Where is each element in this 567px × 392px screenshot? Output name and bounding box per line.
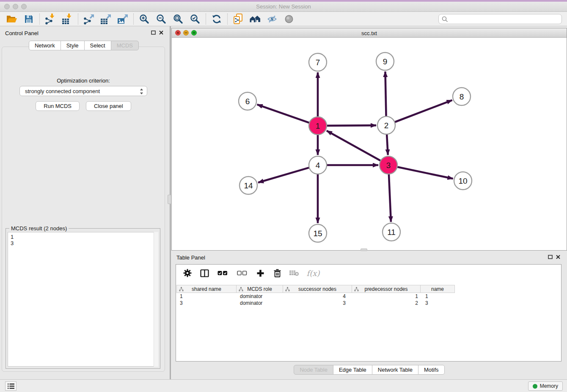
graph-edge-4-14[interactable] [258,168,309,182]
export-table-button[interactable] [97,13,114,25]
horizontal-splitter-grip[interactable] [361,248,367,251]
close-panel-icon[interactable] [159,30,163,35]
graph-edge-3-1[interactable] [327,131,381,161]
graph-edge-2-3[interactable] [387,134,388,155]
mcds-result-text[interactable]: 1 3 [8,232,158,367]
zoom-selected-button[interactable] [187,13,204,25]
graph-node-7[interactable]: 7 [309,53,327,71]
close-table-panel-icon[interactable] [556,255,560,259]
table-cell[interactable]: 3 [284,300,353,306]
open-session-button[interactable] [3,13,20,25]
tab-network-table[interactable]: Network Table [372,365,418,375]
gear-icon [183,269,192,277]
zoom-fit-button[interactable] [170,13,187,25]
table-settings-button[interactable] [182,268,193,279]
hide-panels-button[interactable] [264,13,281,25]
graph-node-3[interactable]: 3 [380,156,397,174]
table-cell[interactable]: dominator [237,300,284,306]
window-title: Session: New Session [0,3,567,10]
tab-edge-table[interactable]: Edge Table [333,365,372,375]
table-cell[interactable]: 1 [177,293,237,299]
zoom-fit-icon [173,14,183,24]
toggle-split-view-button[interactable] [199,268,210,279]
graph-edge-1-2[interactable] [327,125,376,126]
zoom-in-button[interactable] [136,13,153,25]
graph-node-11[interactable]: 11 [383,223,400,241]
deselect-all-columns-button[interactable] [235,268,249,279]
float-panel-icon[interactable] [151,30,156,35]
table-cell[interactable]: 4 [284,293,353,299]
memory-button[interactable]: Memory [528,381,563,391]
close-panel-button[interactable]: Close panel [86,101,131,111]
first-neighbors-button[interactable] [247,13,264,25]
graph-node-15[interactable]: 15 [309,224,327,242]
graph-node-1[interactable]: 1 [309,117,327,135]
result-scrollbar[interactable] [154,232,158,367]
graph-node-4[interactable]: 4 [309,156,327,174]
save-session-button[interactable] [20,13,37,25]
table-cell[interactable]: 3 [422,300,457,306]
network-graph[interactable]: 1234678910111415 [172,38,567,250]
open-folder-icon [6,14,17,24]
column-header-MCDS-role[interactable]: MCDS role [236,285,283,293]
tab-select[interactable]: Select [84,41,111,50]
titlebar: Session: New Session [0,0,567,12]
network-canvas[interactable]: 1234678910111415 [172,38,567,250]
table-cell[interactable]: 3 [177,300,237,306]
show-panel-button[interactable] [281,13,297,25]
graph-node-9[interactable]: 9 [376,52,394,70]
table-row[interactable]: 3dominator323 [177,300,560,306]
network-view-window: scc.txt 1234678910111415 [171,28,567,251]
apply-layout-button[interactable] [208,13,225,25]
float-table-panel-icon[interactable] [548,255,553,259]
tab-style[interactable]: Style [61,41,85,50]
run-mcds-button[interactable]: Run MCDS [36,101,80,111]
tab-node-table[interactable]: Node Table [294,365,333,375]
select-all-columns-button[interactable] [216,268,229,279]
table-cell[interactable]: dominator [237,293,284,299]
graph-node-14[interactable]: 14 [239,177,257,194]
import-table-button[interactable] [59,13,76,25]
search-input[interactable] [438,14,562,24]
graph-node-8[interactable]: 8 [453,88,471,105]
create-column-button[interactable] [255,268,266,279]
graph-edge-3-11[interactable] [389,174,391,222]
graph-edge-1-6[interactable] [257,105,310,123]
graph-edge-2-8[interactable] [395,100,452,122]
control-panel-tabs: Network Style Select MCDS [0,41,168,50]
export-image-icon [117,14,128,25]
tab-motifs[interactable]: Motifs [418,365,445,375]
graph-node-10[interactable]: 10 [454,172,472,190]
graph-node-6[interactable]: 6 [239,92,256,110]
function-builder-button[interactable]: f(x) [306,268,321,279]
delete-column-button[interactable] [272,268,283,279]
svg-text:7: 7 [316,58,320,67]
table-cell[interactable]: 2 [353,300,422,306]
export-network-button[interactable] [80,13,97,25]
export-image-button[interactable] [114,13,131,25]
tab-network[interactable]: Network [29,41,61,50]
delete-table-button[interactable] [289,268,300,279]
graph-edge-3-10[interactable] [397,167,453,179]
column-header-shared-name[interactable]: shared name [176,285,237,293]
zoom-out-button[interactable] [153,13,170,25]
table-cell[interactable]: 1 [353,293,422,299]
graph-edge-2-9[interactable] [385,72,386,116]
table-cell[interactable]: 1 [422,293,457,299]
table-row[interactable]: 1dominator411 [177,293,560,300]
double-home-icon [249,14,261,24]
optimization-criterion-select[interactable]: strongly connected component [19,86,147,96]
network-overview-button[interactable] [230,13,247,25]
toolbar-separator [39,14,40,25]
column-header-name[interactable]: name [420,285,455,293]
vertical-splitter-grip[interactable] [168,195,171,204]
table-toolbar: f(x) [176,265,561,282]
zoom-selected-icon [190,14,200,24]
import-network-button[interactable] [42,13,59,25]
column-header-successor-nodes[interactable]: successor nodes [283,285,352,293]
tab-mcds[interactable]: MCDS [111,41,139,50]
task-history-button[interactable] [5,381,17,391]
svg-text:14: 14 [244,181,253,190]
column-header-predecessor-nodes[interactable]: predecessor nodes [352,285,421,293]
graph-node-2[interactable]: 2 [377,116,395,134]
